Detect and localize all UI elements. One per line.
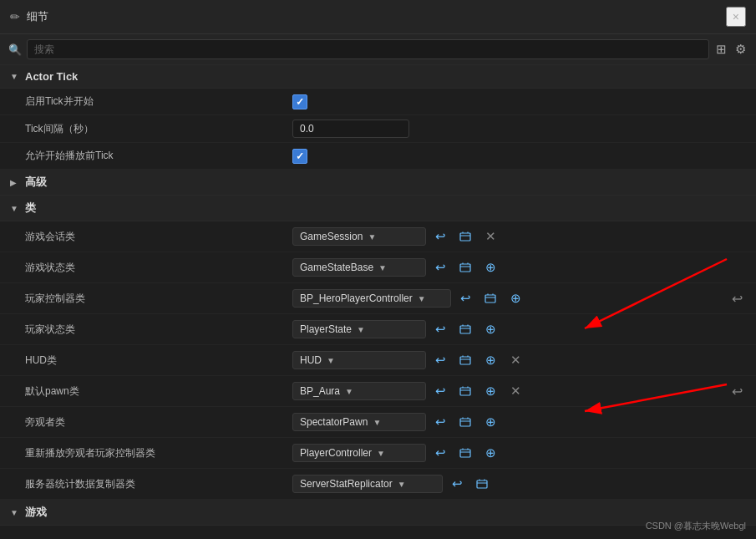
btn-game-session-browse[interactable]: [454, 226, 476, 247]
row-game-session: 游戏会话类 GameSession ▼ ↩ ✕: [0, 221, 756, 252]
section-title-class: 类: [25, 201, 36, 216]
svg-rect-7: [460, 450, 470, 457]
row-tick-interval: Tick间隔（秒）: [0, 115, 756, 143]
btn-hud-navigate[interactable]: ↩: [429, 349, 451, 371]
svg-rect-1: [460, 264, 470, 272]
btn-hud-add[interactable]: ⊕: [479, 349, 501, 371]
row-allow-tick: 允许开始播放前Tick: [0, 143, 756, 170]
btn-player-state-navigate[interactable]: ↩: [429, 318, 451, 340]
row-spectator: 旁观者类 SpectatorPawn ▼ ↩ ⊕: [0, 407, 756, 438]
label-hud: HUD类: [25, 353, 292, 368]
btn-hud-browse[interactable]: [454, 349, 476, 371]
svg-rect-0: [460, 233, 470, 241]
btn-player-controller-navigate[interactable]: ↩: [454, 287, 476, 309]
label-player-controller: 玩家控制器类: [25, 292, 292, 306]
value-player-state: PlayerState ▼ ↩ ⊕: [292, 318, 746, 340]
label-tick-interval: Tick间隔（秒）: [25, 122, 292, 136]
btn-default-pawn-add[interactable]: ⊕: [479, 380, 501, 402]
dropdown-hud[interactable]: HUD ▼: [292, 351, 426, 369]
btn-replay-spectator-navigate[interactable]: ↩: [429, 442, 451, 464]
value-game-session: GameSession ▼ ↩ ✕: [292, 226, 746, 247]
section-advanced[interactable]: ▶ 高级: [0, 170, 756, 196]
btn-replay-spectator-browse[interactable]: [454, 442, 476, 464]
dropdown-player-controller-value: BP_HeroPlayerController: [300, 292, 413, 304]
dropdown-player-state-arrow: ▼: [357, 325, 365, 334]
dropdown-replay-spectator-arrow: ▼: [377, 449, 385, 458]
row-replay-spectator: 重新播放旁观者玩家控制器类 PlayerController ▼ ↩ ⊕: [0, 438, 756, 469]
dropdown-replay-spectator[interactable]: PlayerController ▼: [292, 444, 426, 462]
btn-default-pawn-reset[interactable]: ↩: [728, 384, 746, 399]
dropdown-replay-spectator-wrap: PlayerController ▼: [292, 444, 426, 462]
section-title-game: 游戏: [25, 505, 47, 520]
btn-game-state-browse[interactable]: [454, 257, 476, 278]
value-spectator: SpectatorPawn ▼ ↩ ⊕: [292, 411, 746, 433]
section-class-content: 游戏会话类 GameSession ▼ ↩ ✕: [0, 221, 756, 500]
dropdown-game-session[interactable]: GameSession ▼: [292, 227, 426, 246]
value-enable-tick: [292, 94, 746, 109]
svg-rect-5: [460, 388, 470, 395]
dropdown-spectator-value: SpectatorPawn: [300, 416, 368, 428]
gear-icon[interactable]: ⚙: [733, 40, 748, 58]
svg-rect-3: [460, 326, 470, 333]
value-hud: HUD ▼ ↩ ⊕ ✕: [292, 349, 746, 371]
dropdown-game-session-arrow: ▼: [368, 232, 376, 242]
label-enable-tick: 启用Tick并开始: [25, 94, 292, 109]
dropdown-player-controller-wrap: BP_HeroPlayerController ▼: [292, 289, 451, 308]
btn-game-state-navigate[interactable]: ↩: [429, 257, 451, 278]
dropdown-server-stat-arrow: ▼: [398, 480, 406, 489]
dropdown-default-pawn[interactable]: BP_Aura ▼: [292, 382, 426, 400]
row-game-state: 游戏状态类 GameStateBase ▼ ↩ ⊕: [0, 252, 756, 283]
btn-spectator-browse[interactable]: [454, 411, 476, 433]
dropdown-player-controller-arrow: ▼: [418, 294, 426, 303]
checkbox-allow-tick[interactable]: [292, 149, 307, 164]
checkbox-enable-tick[interactable]: [292, 94, 307, 109]
dropdown-default-pawn-wrap: BP_Aura ▼: [292, 382, 426, 400]
dropdown-player-state[interactable]: PlayerState ▼: [292, 320, 426, 338]
section-game[interactable]: ▼ 游戏: [0, 500, 756, 526]
btn-game-state-add[interactable]: ⊕: [479, 257, 501, 278]
dropdown-spectator[interactable]: SpectatorPawn ▼: [292, 413, 426, 431]
btn-hud-clear[interactable]: ✕: [505, 349, 526, 371]
label-game-session: 游戏会话类: [25, 230, 292, 244]
btn-player-state-browse[interactable]: [454, 318, 476, 340]
grid-icon[interactable]: ⊞: [714, 40, 728, 58]
btn-player-controller-add[interactable]: ⊕: [505, 287, 526, 309]
btn-player-controller-browse[interactable]: [479, 287, 501, 309]
row-player-state: 玩家状态类 PlayerState ▼ ↩ ⊕: [0, 314, 756, 345]
btn-spectator-navigate[interactable]: ↩: [429, 411, 451, 433]
btn-player-state-add[interactable]: ⊕: [479, 318, 501, 340]
btn-game-session-clear[interactable]: ✕: [479, 226, 501, 247]
dropdown-game-state-wrap: GameStateBase ▼: [292, 258, 426, 277]
dropdown-game-session-value: GameSession: [300, 231, 363, 242]
btn-game-session-navigate[interactable]: ↩: [429, 226, 451, 247]
row-hud: HUD类 HUD ▼ ↩ ⊕ ✕: [0, 345, 756, 376]
btn-default-pawn-browse[interactable]: [454, 380, 476, 402]
svg-rect-6: [460, 419, 470, 426]
label-server-stat: 服务器统计数据复制器类: [25, 477, 292, 491]
dropdown-game-state[interactable]: GameStateBase ▼: [292, 258, 426, 277]
btn-replay-spectator-add[interactable]: ⊕: [479, 442, 501, 464]
svg-rect-4: [460, 357, 470, 364]
close-button[interactable]: ×: [726, 7, 746, 27]
section-arrow-advanced: ▶: [10, 178, 20, 187]
dropdown-server-stat[interactable]: ServerStatReplicator ▼: [292, 475, 443, 493]
btn-server-stat-navigate[interactable]: ↩: [446, 473, 468, 495]
dropdown-spectator-wrap: SpectatorPawn ▼: [292, 413, 426, 431]
section-class[interactable]: ▼ 类: [0, 196, 756, 221]
search-input[interactable]: [27, 39, 709, 59]
btn-player-controller-reset[interactable]: ↩: [728, 291, 746, 307]
btn-default-pawn-clear[interactable]: ✕: [505, 380, 526, 402]
btn-default-pawn-navigate[interactable]: ↩: [429, 380, 451, 402]
label-player-state: 玩家状态类: [25, 323, 292, 337]
btn-spectator-add[interactable]: ⊕: [479, 411, 501, 433]
value-default-pawn: BP_Aura ▼ ↩ ⊕ ✕ ↩: [292, 380, 746, 402]
dropdown-player-controller[interactable]: BP_HeroPlayerController ▼: [292, 289, 451, 308]
row-player-controller: 玩家控制器类 BP_HeroPlayerController ▼ ↩ ⊕ ↩: [0, 283, 756, 314]
input-tick-interval[interactable]: [292, 119, 409, 138]
btn-server-stat-browse[interactable]: [471, 473, 493, 495]
value-game-state: GameStateBase ▼ ↩ ⊕: [292, 257, 746, 278]
value-allow-tick: [292, 149, 746, 164]
section-actor-tick[interactable]: ▼ Actor Tick: [0, 65, 756, 89]
dropdown-server-stat-value: ServerStatReplicator: [300, 478, 393, 490]
value-server-stat: ServerStatReplicator ▼ ↩: [292, 473, 746, 495]
